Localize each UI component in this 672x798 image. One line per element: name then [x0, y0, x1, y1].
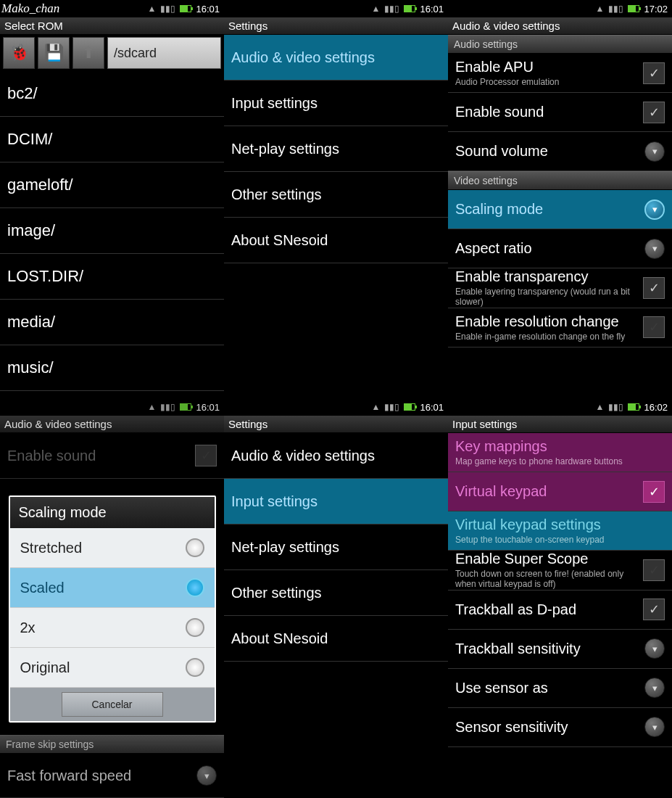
checkbox[interactable] — [643, 102, 665, 123]
settings-item-other[interactable]: Other settings — [224, 570, 448, 616]
settings-item-about[interactable]: About SNesoid — [224, 218, 448, 263]
row-enable-apu[interactable]: Enable APUAudio Processor emulation — [448, 54, 672, 93]
wifi-icon: ▲ — [596, 402, 605, 412]
row-sound-volume[interactable]: Sound volume — [448, 132, 672, 171]
settings-item-label: About SNesoid — [231, 630, 441, 647]
dialog-footer: Cancelar — [10, 688, 215, 721]
status-time: 16:01 — [420, 4, 444, 15]
dialog-option-stretched[interactable]: Stretched — [10, 528, 215, 568]
dialog-backdrop[interactable]: Scaling mode Stretched Scaled 2x Origina… — [0, 398, 224, 798]
signal-icon: ▮▮▯ — [160, 4, 175, 14]
row-aspect-ratio[interactable]: Aspect ratio — [448, 229, 672, 268]
row-enable-sound[interactable]: Enable sound — [448, 93, 672, 132]
rom-path[interactable]: /sdcard — [107, 37, 221, 69]
setting-label: Enable Super Scope — [455, 551, 643, 567]
rom-app-icon[interactable]: 🐞 — [3, 37, 35, 69]
settings-item-input[interactable]: Input settings — [224, 81, 448, 126]
settings-item-input[interactable]: Input settings — [224, 479, 448, 525]
rom-item[interactable]: image/ — [0, 208, 224, 254]
dialog-option-label: 2x — [20, 620, 186, 636]
battery-icon — [628, 5, 639, 12]
settings-item-av[interactable]: Audio & video settings — [224, 433, 448, 479]
signal-icon: ▮▮▯ — [608, 402, 623, 412]
radio[interactable] — [186, 538, 204, 557]
setting-label: Trackball sensitivity — [455, 641, 644, 657]
chevron-down-icon[interactable] — [644, 638, 665, 659]
row-sensor-sensitivity[interactable]: Sensor sensitivity — [448, 708, 672, 747]
row-use-sensor[interactable]: Use sensor as — [448, 669, 672, 708]
row-super-scope[interactable]: Enable Super ScopeTouch down on screen t… — [448, 551, 672, 591]
row-trackball-dpad[interactable]: Trackball as D-pad — [448, 591, 672, 630]
battery-icon — [628, 403, 639, 411]
checkbox[interactable] — [643, 316, 665, 338]
wifi-icon: ▲ — [148, 4, 157, 14]
dialog-option-original[interactable]: Original — [10, 648, 215, 688]
signal-icon: ▮▮▯ — [384, 4, 399, 14]
wifi-icon: ▲ — [372, 4, 381, 14]
row-transparency[interactable]: Enable transparencyEnable layering trans… — [448, 268, 672, 308]
rom-item[interactable]: gameloft/ — [0, 163, 224, 208]
chevron-down-icon[interactable] — [644, 678, 665, 698]
rom-item[interactable]: bc2/ — [0, 71, 224, 117]
page-title: Input settings — [448, 416, 672, 433]
settings-item-label: Other settings — [231, 585, 441, 601]
chevron-down-icon[interactable] — [644, 717, 665, 737]
row-scaling-mode[interactable]: Scaling mode — [448, 190, 672, 229]
rom-item[interactable]: DCIM/ — [0, 117, 224, 163]
battery-icon — [404, 403, 415, 411]
rom-item[interactable]: music/ — [0, 345, 224, 391]
radio[interactable] — [186, 618, 204, 637]
dialog-option-label: Stretched — [20, 540, 186, 556]
battery-icon — [404, 5, 415, 12]
settings-list: Audio & video settings Input settings Ne… — [224, 433, 448, 798]
battery-icon — [180, 5, 191, 12]
checkbox[interactable] — [643, 559, 665, 581]
settings-item-label: Input settings — [231, 95, 441, 112]
checkbox[interactable] — [643, 277, 665, 299]
chevron-down-icon[interactable] — [644, 200, 665, 220]
row-virtual-keypad[interactable]: Virtual keypad — [448, 472, 672, 511]
settings-item-label: Other settings — [231, 186, 441, 203]
settings-item-label: Net-play settings — [231, 539, 441, 556]
rom-up-icon[interactable]: ⬆ — [72, 37, 104, 69]
status-time: 16:01 — [196, 4, 220, 15]
cancel-button[interactable]: Cancelar — [62, 692, 163, 717]
setting-label: Sensor sensitivity — [455, 719, 644, 736]
settings-item-av[interactable]: Audio & video settings — [224, 35, 448, 81]
settings-item-label: About SNesoid — [231, 232, 441, 249]
checkbox[interactable] — [643, 62, 665, 84]
settings-item-netplay[interactable]: Net-play settings — [224, 126, 448, 172]
chevron-down-icon[interactable] — [644, 239, 665, 259]
section-video: Video settings — [448, 171, 672, 190]
settings-item-label: Audio & video settings — [231, 49, 441, 66]
row-trackball-sensitivity[interactable]: Trackball sensitivity — [448, 630, 672, 669]
chevron-down-icon[interactable] — [644, 141, 665, 162]
setting-label: Sound volume — [455, 143, 644, 160]
settings-item-label: Net-play settings — [231, 141, 441, 157]
row-resolution-change[interactable]: Enable resolution changeEnable in-game r… — [448, 308, 672, 347]
radio[interactable] — [186, 578, 204, 597]
rom-sdcard-icon[interactable]: 💾 — [38, 37, 70, 69]
signal-icon: ▮▮▯ — [608, 4, 623, 14]
settings-item-other[interactable]: Other settings — [224, 172, 448, 218]
dialog-option-scaled[interactable]: Scaled — [10, 568, 215, 608]
row-virtual-keypad-settings[interactable]: Virtual keypad settingsSetup the touchab… — [448, 511, 672, 551]
checkbox[interactable] — [643, 598, 665, 620]
rom-item[interactable]: LOST.DIR/ — [0, 254, 224, 300]
rom-toolbar: 🐞 💾 ⬆ /sdcard — [0, 35, 224, 71]
signal-icon: ▮▮▯ — [384, 402, 399, 412]
wifi-icon: ▲ — [596, 4, 605, 14]
setting-label: Enable resolution change — [455, 313, 643, 330]
setting-label: Virtual keypad — [455, 483, 643, 500]
settings-item-netplay[interactable]: Net-play settings — [224, 525, 448, 570]
settings-item-about[interactable]: About SNesoid — [224, 616, 448, 662]
setting-sub: Map game keys to phone hardware buttons — [455, 456, 665, 466]
panel-av-settings: ▲ ▮▮▯ 17:02 Audio & video settings Audio… — [448, 0, 672, 398]
setting-label: Enable sound — [455, 104, 643, 120]
checkbox[interactable] — [643, 481, 665, 503]
dialog-option-2x[interactable]: 2x — [10, 608, 215, 648]
rom-item[interactable]: media/ — [0, 300, 224, 345]
rom-list: bc2/ DCIM/ gameloft/ image/ LOST.DIR/ me… — [0, 71, 224, 398]
row-key-mappings[interactable]: Key mappingsMap game keys to phone hardw… — [448, 433, 672, 472]
radio[interactable] — [186, 658, 204, 677]
